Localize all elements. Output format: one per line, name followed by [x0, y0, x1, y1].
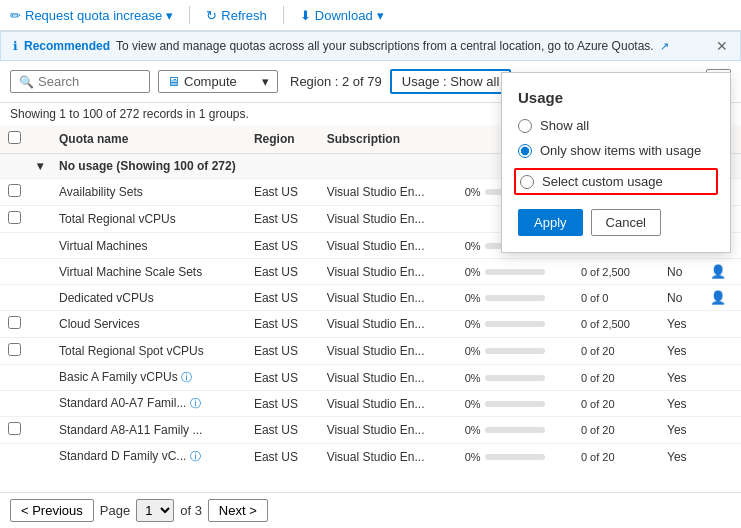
- user-icon[interactable]: 👤: [710, 264, 726, 279]
- row-check-cell[interactable]: [0, 179, 29, 206]
- row-region-cell: East US: [246, 365, 319, 391]
- row-subscription-cell: Visual Studio En...: [319, 259, 457, 285]
- row-region-cell: East US: [246, 285, 319, 311]
- row-check-cell[interactable]: [0, 417, 29, 444]
- row-region-cell: East US: [246, 417, 319, 444]
- info-circle-icon[interactable]: ⓘ: [181, 371, 192, 383]
- row-usage-val-cell: 0 of 20: [573, 391, 659, 417]
- apply-button[interactable]: Apply: [518, 209, 583, 236]
- row-region-cell: East US: [246, 233, 319, 259]
- row-check-cell[interactable]: [0, 391, 29, 417]
- table-row: Dedicated vCPUs East US Visual Studio En…: [0, 285, 741, 311]
- row-usage-pct-cell: 0%: [457, 391, 573, 417]
- row-check-cell[interactable]: [0, 206, 29, 233]
- row-check-cell[interactable]: [0, 338, 29, 365]
- row-subscription-cell: Visual Studio En...: [319, 417, 457, 444]
- info-circle-icon[interactable]: ⓘ: [190, 450, 201, 462]
- usage-dropdown-popup: Usage Show all Only show items with usag…: [501, 72, 731, 253]
- chevron-down-icon3: ▾: [262, 74, 269, 89]
- row-expand-cell: [29, 206, 51, 233]
- row-usage-val-cell: 0 of 20: [573, 338, 659, 365]
- row-check-cell[interactable]: [0, 311, 29, 338]
- only-usage-radio[interactable]: [518, 144, 532, 158]
- show-all-radio[interactable]: [518, 119, 532, 133]
- subscription-col[interactable]: Subscription: [319, 125, 457, 154]
- row-checkbox[interactable]: [8, 343, 21, 356]
- row-checkbox[interactable]: [8, 316, 21, 329]
- group-chevron-cell[interactable]: ▾: [29, 154, 51, 179]
- page-label: Page: [100, 503, 130, 518]
- popup-actions: Apply Cancel: [518, 209, 714, 236]
- row-expand-cell: [29, 285, 51, 311]
- custom-usage-border: Select custom usage: [514, 168, 718, 195]
- row-action-cell[interactable]: 👤: [702, 285, 741, 311]
- row-usage-pct-cell: 0%: [457, 311, 573, 338]
- of-label: of 3: [180, 503, 202, 518]
- row-name-cell: Total Regional vCPUs: [51, 206, 246, 233]
- info-banner: ℹ Recommended To view and manage quotas …: [0, 31, 741, 61]
- row-region-cell: East US: [246, 444, 319, 466]
- row-region-cell: East US: [246, 259, 319, 285]
- row-check-cell[interactable]: [0, 285, 29, 311]
- cancel-button[interactable]: Cancel: [591, 209, 661, 236]
- row-usage-val-cell: 0 of 0: [573, 285, 659, 311]
- row-action-cell[interactable]: [702, 444, 741, 466]
- row-usage-val-cell: 0 of 2,500: [573, 259, 659, 285]
- row-checkbox[interactable]: [8, 211, 21, 224]
- refresh-button[interactable]: ↻ Refresh: [206, 8, 267, 23]
- row-adjust-cell: Yes: [659, 444, 702, 466]
- select-all-checkbox[interactable]: [8, 131, 21, 144]
- row-usage-val-cell: 0 of 20: [573, 417, 659, 444]
- row-action-cell[interactable]: 👤: [702, 259, 741, 285]
- region-col[interactable]: Region: [246, 125, 319, 154]
- table-row: Cloud Services East US Visual Studio En.…: [0, 311, 741, 338]
- row-check-cell[interactable]: [0, 233, 29, 259]
- info-circle-icon[interactable]: ⓘ: [190, 397, 201, 409]
- row-expand-cell: [29, 179, 51, 206]
- usage-show-all-button[interactable]: Usage : Show all: [390, 69, 512, 94]
- row-checkbox[interactable]: [8, 184, 21, 197]
- download-icon: ⬇: [300, 8, 311, 23]
- row-action-cell[interactable]: [702, 338, 741, 365]
- user-icon[interactable]: 👤: [710, 290, 726, 305]
- show-all-option[interactable]: Show all: [518, 118, 714, 133]
- info-icon: ℹ: [13, 39, 18, 53]
- search-box[interactable]: 🔍: [10, 70, 150, 93]
- row-region-cell: East US: [246, 179, 319, 206]
- radio-group: Show all Only show items with usage Sele…: [518, 118, 714, 195]
- select-custom-option[interactable]: Select custom usage: [520, 174, 663, 189]
- row-subscription-cell: Visual Studio En...: [319, 444, 457, 466]
- chevron-down-icon2: ▾: [377, 8, 384, 23]
- quota-name-col[interactable]: Quota name: [51, 125, 246, 154]
- download-button[interactable]: ⬇ Download ▾: [300, 8, 384, 23]
- close-banner-button[interactable]: ✕: [716, 38, 728, 54]
- search-input[interactable]: [38, 74, 138, 89]
- monitor-icon: 🖥: [167, 74, 180, 89]
- row-subscription-cell: Visual Studio En...: [319, 311, 457, 338]
- only-usage-option[interactable]: Only show items with usage: [518, 143, 714, 158]
- compute-dropdown[interactable]: 🖥 Compute ▾: [158, 70, 278, 93]
- row-check-cell[interactable]: [0, 444, 29, 466]
- next-button[interactable]: Next >: [208, 499, 268, 522]
- search-icon: 🔍: [19, 75, 34, 89]
- toolbar: ✏ Request quota increase ▾ ↻ Refresh ⬇ D…: [0, 0, 741, 31]
- row-subscription-cell: Visual Studio En...: [319, 285, 457, 311]
- request-quota-button[interactable]: ✏ Request quota increase ▾: [10, 8, 173, 23]
- row-action-cell[interactable]: [702, 311, 741, 338]
- row-subscription-cell: Visual Studio En...: [319, 179, 457, 206]
- popup-title: Usage: [518, 89, 714, 106]
- select-all-col[interactable]: [0, 125, 29, 154]
- row-check-cell[interactable]: [0, 259, 29, 285]
- row-name-cell: Virtual Machines: [51, 233, 246, 259]
- previous-button[interactable]: < Previous: [10, 499, 94, 522]
- row-name-cell: Availability Sets: [51, 179, 246, 206]
- row-action-cell[interactable]: [702, 417, 741, 444]
- row-expand-cell: [29, 444, 51, 466]
- row-action-cell[interactable]: [702, 365, 741, 391]
- row-action-cell[interactable]: [702, 391, 741, 417]
- page-select[interactable]: 1 2 3: [136, 499, 174, 522]
- select-custom-radio[interactable]: [520, 175, 534, 189]
- row-checkbox[interactable]: [8, 422, 21, 435]
- row-subscription-cell: Visual Studio En...: [319, 338, 457, 365]
- row-check-cell[interactable]: [0, 365, 29, 391]
